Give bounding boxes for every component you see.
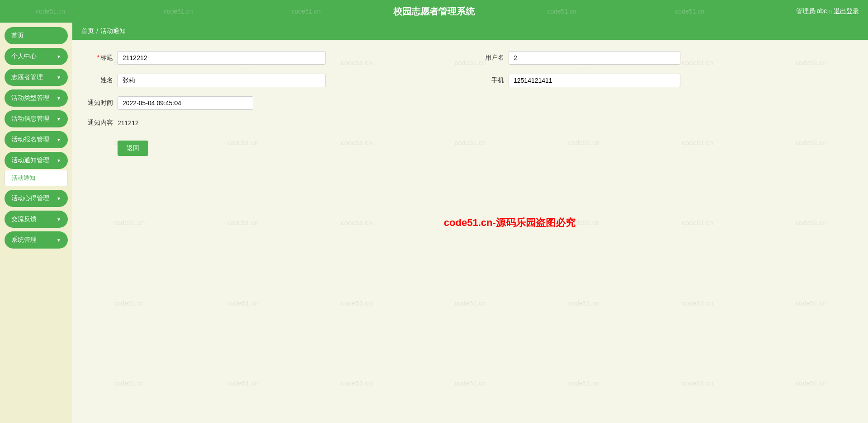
name-group: 姓名	[86, 74, 463, 87]
chevron-down-icon: ▼	[57, 196, 61, 201]
sidebar-btn-activity-heart[interactable]: 活动心得管理 ▼	[5, 190, 68, 207]
chevron-down-icon: ▼	[57, 54, 61, 59]
sidebar-item-activity-heart: 活动心得管理 ▼	[5, 190, 68, 207]
sidebar-btn-activity-notice[interactable]: 活动通知管理 ▼	[5, 152, 68, 169]
breadcrumb-separator: /	[96, 28, 98, 35]
chevron-down-icon: ▼	[57, 217, 61, 222]
title-input[interactable]	[118, 51, 326, 65]
notice-time-input[interactable]	[118, 96, 253, 110]
sidebar-item-home: 首页	[5, 27, 68, 44]
chevron-down-icon: ▼	[57, 96, 61, 101]
sidebar-item-system: 系统管理 ▼	[5, 231, 68, 249]
notice-content-value: 211212	[118, 119, 139, 127]
form-row-3: 通知时间	[86, 96, 854, 110]
breadcrumb-home[interactable]: 首页	[81, 27, 94, 35]
chevron-down-icon: ▼	[57, 117, 61, 122]
username-group: 用户名	[477, 51, 854, 65]
sidebar-btn-system[interactable]: 系统管理 ▼	[5, 231, 68, 249]
sidebar-item-activity-type: 活动类型管理 ▼	[5, 89, 68, 107]
logout-button[interactable]: 退出登录	[834, 7, 859, 15]
sidebar-item-volunteer: 志愿者管理 ▼	[5, 69, 68, 86]
form-row-2: 姓名 手机	[86, 74, 854, 87]
chevron-down-icon: ▼	[57, 75, 61, 80]
sidebar-item-activity-reg: 活动报名管理 ▼	[5, 131, 68, 148]
sidebar-item-activity-info: 活动信息管理 ▼	[5, 110, 68, 127]
notice-content-label: 通知内容	[86, 119, 113, 127]
header: code51.cn code51.cn code51.cn code51.cn …	[0, 0, 868, 23]
phone-input[interactable]	[509, 74, 680, 87]
return-btn-wrapper: 返回	[86, 136, 854, 156]
phone-label: 手机	[477, 76, 504, 85]
submenu-item-notice[interactable]: 活动通知	[5, 170, 67, 186]
title-label: 标题	[86, 54, 113, 62]
notice-content-group: 通知内容 211212	[86, 119, 854, 127]
breadcrumb: 首页 / 活动通知	[72, 23, 868, 40]
sidebar-btn-volunteer[interactable]: 志愿者管理 ▼	[5, 69, 68, 86]
phone-group: 手机	[477, 74, 854, 87]
sidebar-btn-home[interactable]: 首页	[5, 27, 68, 44]
sidebar: 首页 个人中心 ▼ 志愿者管理 ▼ 活动类型管理 ▼ 活	[0, 23, 72, 423]
sidebar-item-activity-notice: 活动通知管理 ▼ 活动通知	[5, 152, 68, 186]
header-title: 校园志愿者管理系统	[393, 5, 475, 18]
title-group: 标题	[86, 51, 463, 65]
name-input[interactable]	[118, 74, 326, 87]
chevron-down-icon: ▼	[57, 238, 61, 243]
return-button[interactable]: 返回	[118, 141, 148, 156]
sidebar-btn-activity-reg[interactable]: 活动报名管理 ▼	[5, 131, 68, 148]
sidebar-btn-activity-type[interactable]: 活动类型管理 ▼	[5, 89, 68, 107]
sidebar-item-personal: 个人中心 ▼	[5, 48, 68, 65]
notice-time-label: 通知时间	[86, 99, 113, 107]
name-label: 姓名	[86, 76, 113, 85]
breadcrumb-current: 活动通知	[100, 27, 126, 35]
header-right: 管理员 abc 退出登录	[796, 7, 859, 15]
username-input[interactable]	[509, 51, 680, 65]
admin-label: 管理员 abc	[796, 7, 827, 15]
layout: 首页 个人中心 ▼ 志愿者管理 ▼ 活动类型管理 ▼ 活	[0, 23, 868, 423]
sidebar-btn-feedback[interactable]: 交流反馈 ▼	[5, 211, 68, 228]
sidebar-item-feedback: 交流反馈 ▼	[5, 211, 68, 228]
chevron-down-icon: ▼	[57, 158, 61, 163]
form-row-1: 标题 用户名	[86, 51, 854, 65]
username-label: 用户名	[477, 54, 504, 62]
form-area: 标题 用户名 姓名 手机	[72, 40, 868, 167]
notice-submenu: 活动通知	[5, 170, 68, 186]
copyright-notice: code51.cn-源码乐园盗图必究	[444, 216, 576, 230]
sidebar-btn-personal[interactable]: 个人中心 ▼	[5, 48, 68, 65]
notice-time-group: 通知时间	[86, 96, 854, 110]
chevron-down-icon: ▼	[57, 137, 61, 142]
main-content: code51.cncode51.cncode51.cncode51.cncode…	[72, 23, 868, 423]
sidebar-btn-activity-info[interactable]: 活动信息管理 ▼	[5, 110, 68, 127]
